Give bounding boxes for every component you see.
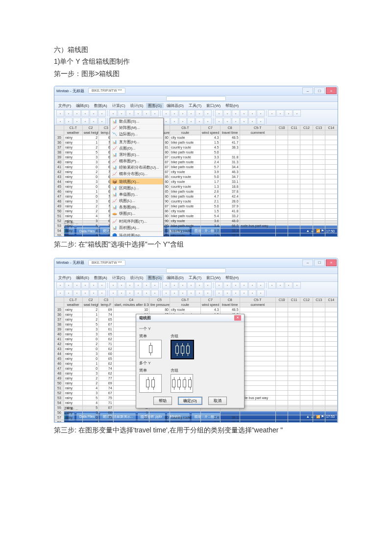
field-header[interactable]: travel time (220, 130, 240, 135)
menu-item-区间图(L)...[interactable]: 📊区间图(L)... (110, 185, 163, 191)
cell[interactable]: rainy (64, 405, 82, 410)
menu-item-线图(L)...[interactable]: 📈线图(L)... (110, 198, 163, 204)
cell[interactable]: bike path route (170, 224, 200, 228)
row-number[interactable]: 39 (55, 155, 64, 160)
column-header[interactable]: C9-T (240, 297, 275, 302)
cell[interactable] (325, 371, 337, 376)
field-header[interactable]: route (170, 130, 200, 135)
menu-item-饼图(E)...[interactable]: 🥧饼图(E)... (110, 210, 163, 217)
cell[interactable]: 62 (99, 346, 113, 351)
cell[interactable] (313, 194, 325, 199)
toolbar-button[interactable]: ▫ (73, 118, 81, 125)
cell[interactable] (300, 322, 313, 327)
cell[interactable] (288, 385, 300, 390)
cell[interactable] (313, 209, 325, 214)
cell[interactable] (300, 415, 313, 420)
row-number[interactable]: 47 (55, 366, 64, 371)
row-number[interactable]: 53 (55, 395, 64, 400)
row-number[interactable]: 58 (55, 420, 64, 423)
cell[interactable] (288, 371, 300, 376)
cell[interactable]: 4.3 (200, 307, 220, 312)
cell[interactable]: 75 (99, 415, 113, 420)
cell[interactable]: 3 (82, 327, 99, 331)
toolbar-button[interactable]: ▫ (98, 110, 106, 117)
cell[interactable] (276, 336, 288, 341)
column-header[interactable] (55, 126, 64, 130)
cell[interactable]: 67 (99, 390, 113, 395)
cell[interactable]: 46.3 (220, 170, 240, 175)
row-number[interactable]: 48 (55, 199, 64, 204)
cell[interactable]: rainy (64, 351, 82, 356)
cell[interactable]: 67 (99, 322, 113, 327)
cell[interactable] (300, 184, 313, 189)
row-number[interactable]: 42 (55, 170, 64, 175)
cell[interactable] (313, 322, 325, 327)
cell[interactable] (240, 371, 275, 376)
cell[interactable] (288, 415, 300, 420)
cell[interactable]: 4 (82, 420, 99, 423)
cell[interactable]: 5.0 (200, 204, 220, 209)
cell[interactable] (300, 165, 313, 170)
cell[interactable] (300, 366, 313, 371)
cell[interactable] (300, 331, 313, 336)
cell[interactable] (300, 400, 313, 405)
toolbar-button[interactable]: ▫ (248, 282, 256, 289)
column-header[interactable]: C10 (276, 297, 288, 302)
cell[interactable] (276, 150, 288, 155)
row-number[interactable]: 51 (55, 214, 64, 219)
toolbar-button[interactable]: ▫ (81, 118, 89, 125)
cell[interactable]: 4.5 (200, 145, 220, 150)
toolbar-button[interactable]: ▫ (232, 290, 240, 297)
toolbar-button[interactable]: ▫ (81, 110, 89, 117)
cell[interactable]: 31.8 (220, 155, 240, 160)
toolbar-button[interactable]: ▫ (187, 110, 195, 117)
row-number[interactable]: 41 (55, 165, 64, 170)
cell[interactable] (313, 415, 325, 420)
cell[interactable] (240, 199, 275, 204)
field-header[interactable] (325, 302, 337, 307)
cell[interactable] (240, 184, 275, 189)
cell[interactable] (325, 155, 337, 160)
menu-item[interactable]: 编辑(E) (74, 103, 91, 108)
toolbar-button[interactable]: ▫ (196, 290, 203, 297)
field-header[interactable] (300, 302, 313, 307)
row-number[interactable]: 36 (55, 140, 64, 145)
cell[interactable] (313, 145, 325, 150)
cell[interactable] (276, 361, 288, 366)
cell[interactable] (300, 371, 313, 376)
cell[interactable]: rainy (64, 214, 82, 219)
cell[interactable]: 61 (99, 327, 113, 331)
help-button[interactable]: 帮助 (153, 397, 172, 405)
cell[interactable] (288, 317, 300, 322)
column-header[interactable]: C6-T (170, 297, 200, 302)
cell[interactable] (313, 376, 325, 380)
toolbar-button[interactable]: ▫ (223, 282, 231, 289)
column-header[interactable]: C7 (200, 126, 220, 130)
menu-item[interactable]: 工具(T) (187, 103, 203, 108)
cell[interactable] (300, 175, 313, 179)
cell[interactable] (313, 410, 325, 415)
row-number[interactable]: 56 (55, 410, 64, 415)
toolbar-button[interactable]: ▫ (285, 282, 293, 289)
cell[interactable]: 0 (82, 165, 99, 170)
toolbar-button[interactable]: ▫ (56, 290, 64, 297)
cell[interactable] (325, 179, 337, 184)
toolbar-button[interactable]: ▫ (232, 118, 240, 125)
close-button[interactable]: × (326, 259, 337, 266)
cell[interactable]: 4.3 (200, 135, 220, 140)
cell[interactable] (240, 179, 275, 184)
field-header[interactable] (55, 302, 64, 307)
cell[interactable] (276, 385, 288, 390)
field-header[interactable]: travel time (220, 302, 240, 307)
cell[interactable]: bike path route (170, 165, 200, 170)
cell[interactable] (240, 209, 275, 214)
toolbar-button[interactable]: ▫ (204, 290, 212, 297)
row-number[interactable]: 43 (55, 175, 64, 179)
toolbar-button[interactable]: ▫ (285, 110, 293, 117)
cell[interactable] (240, 336, 275, 341)
cell[interactable] (288, 331, 300, 336)
cell[interactable] (313, 380, 325, 385)
cell[interactable]: 2 (113, 420, 149, 423)
cell[interactable]: rainy (64, 385, 82, 390)
cell[interactable] (300, 204, 313, 209)
